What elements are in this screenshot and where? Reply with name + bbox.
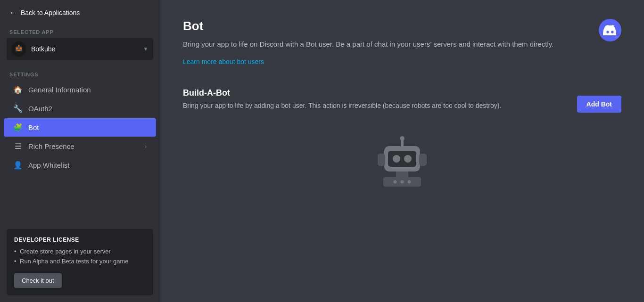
app-selector-dropdown[interactable]: Botkube ▼ (7, 38, 153, 60)
developer-license-card: DEVELOPER LICENSE Create store pages in … (7, 229, 153, 295)
section-description: Bring your app to life by adding a bot u… (183, 102, 501, 109)
user-icon: 👤 (13, 161, 23, 170)
sidebar-item-label: Bot (28, 123, 39, 131)
settings-section-label: SETTINGS (0, 67, 160, 80)
sidebar-item-label: App Whitelist (28, 161, 70, 169)
svg-point-15 (404, 155, 412, 163)
discord-logo (599, 19, 621, 41)
list-icon: ☰ (13, 142, 23, 151)
back-to-applications-link[interactable]: ← Back to Applications (0, 0, 160, 25)
svg-rect-13 (388, 151, 416, 167)
build-a-bot-row: Build-A-Bot Bring your app to life by ad… (183, 88, 621, 121)
main-content: Bot Bring your app to life on Discord wi… (160, 0, 644, 302)
svg-rect-18 (378, 154, 385, 166)
page-header: Bot Bring your app to life on Discord wi… (183, 19, 621, 82)
learn-more-link[interactable]: Learn more about bot users (183, 58, 264, 65)
sidebar-item-rich-presence[interactable]: ☰ Rich Presence › (4, 137, 156, 155)
svg-point-17 (400, 136, 405, 141)
sidebar-item-label: General Information (28, 86, 91, 94)
svg-rect-19 (419, 154, 427, 166)
svg-point-8 (394, 180, 397, 183)
app-avatar (11, 41, 26, 57)
wrench-icon: 🔧 (13, 104, 23, 113)
sidebar-item-general-information[interactable]: 🏠 General Information (4, 81, 156, 99)
svg-point-9 (401, 180, 404, 183)
sidebar-item-bot[interactable]: 🧩 Bot (4, 118, 156, 137)
page-title: Bot (183, 19, 553, 33)
dropdown-arrow-icon: ▼ (143, 46, 149, 52)
dev-license-item-2: Run Alpha and Beta tests for your game (14, 258, 146, 265)
svg-point-3 (20, 48, 22, 49)
robot-svg-icon (369, 136, 435, 192)
puzzle-icon: 🧩 (13, 123, 23, 132)
svg-point-2 (16, 48, 18, 49)
chevron-right-icon: › (145, 143, 147, 150)
build-a-bot-info: Build-A-Bot Bring your app to life by ad… (183, 88, 501, 121)
sidebar: ← Back to Applications SELECTED APP Botk… (0, 0, 160, 302)
app-avatar-icon (12, 42, 25, 56)
svg-point-6 (18, 45, 20, 47)
page-description: Bring your app to life on Discord with a… (183, 39, 553, 50)
dev-license-item-1: Create store pages in your server (14, 248, 146, 255)
add-bot-button[interactable]: Add Bot (577, 96, 621, 113)
sidebar-item-oauth2[interactable]: 🔧 OAuth2 (4, 99, 156, 118)
home-icon: 🏠 (13, 85, 23, 94)
sidebar-item-label: OAuth2 (28, 105, 52, 113)
dev-license-list: Create store pages in your server Run Al… (14, 248, 146, 265)
svg-point-10 (408, 180, 411, 183)
robot-illustration (183, 136, 621, 192)
section-title: Build-A-Bot (183, 88, 501, 98)
app-name-label: Botkube (31, 45, 138, 53)
build-a-bot-section: Build-A-Bot Bring your app to life by ad… (183, 88, 621, 192)
back-link-label: Back to Applications (21, 9, 80, 16)
discord-logo-icon (603, 25, 617, 35)
sidebar-item-app-whitelist[interactable]: 👤 App Whitelist (4, 156, 156, 174)
sidebar-nav: 🏠 General Information 🔧 OAuth2 🧩 Bot ☰ R… (0, 80, 160, 175)
check-it-out-button[interactable]: Check it out (14, 273, 62, 288)
svg-rect-4 (17, 50, 20, 51)
sidebar-item-label: Rich Presence (28, 142, 74, 150)
svg-point-14 (393, 155, 400, 163)
dev-license-title: DEVELOPER LICENSE (14, 237, 146, 243)
page-title-block: Bot Bring your app to life on Discord wi… (183, 19, 553, 82)
back-arrow-icon: ← (9, 8, 17, 17)
selected-app-label: SELECTED APP (0, 25, 160, 38)
